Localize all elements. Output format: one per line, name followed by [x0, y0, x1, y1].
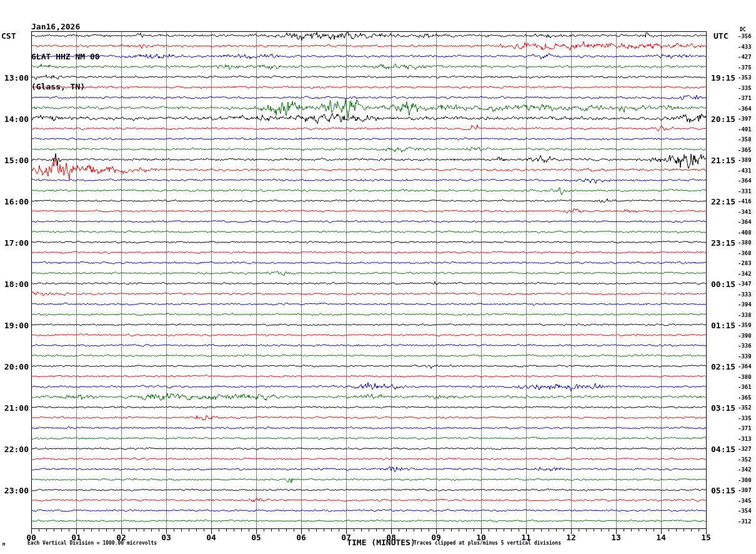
helicorder-page: Jan16,2026 GLAT HHZ NM 00 (Glass, TN) CS…: [0, 0, 756, 554]
dc-offset-value: -358: [738, 136, 752, 143]
dc-offset-value: -339: [738, 353, 752, 360]
dc-offset-value: -397: [738, 116, 752, 122]
cst-hour-label: 13:00: [1, 73, 29, 81]
dc-offset-value: -491: [738, 126, 752, 133]
utc-hour-label: 03:15: [711, 403, 735, 411]
dc-offset-value: -300: [738, 477, 752, 483]
dc-offset-value: -368: [738, 250, 752, 256]
title-date: Jan16,2026: [31, 22, 100, 32]
dc-offset-value: -354: [738, 508, 752, 514]
utc-hour-label: 05:15: [711, 486, 735, 494]
cst-hour-label: 17:00: [1, 238, 29, 246]
dc-offset-value: -342: [738, 466, 752, 473]
utc-hour-label: 00:15: [711, 280, 735, 288]
cst-hour-label: 22:00: [1, 445, 29, 453]
utc-hour-label: 23:15: [711, 238, 735, 246]
dc-offset-value: -327: [738, 446, 752, 452]
left-timezone-label: CST: [1, 31, 16, 41]
x-tick-label: 03: [154, 533, 179, 542]
dc-offset-value: -313: [738, 436, 752, 442]
dc-offset-value: -408: [738, 229, 752, 236]
utc-hour-label: 20:15: [711, 114, 735, 123]
plot-title: Jan16,2026 GLAT HHZ NM 00 (Glass, TN): [31, 2, 100, 112]
corner-mark: M: [2, 542, 5, 547]
dc-offset-value: -335: [738, 415, 752, 421]
utc-hour-label: 02:15: [711, 362, 735, 370]
cst-hour-label: 16:00: [1, 197, 29, 205]
dc-offset-value: -365: [738, 395, 752, 401]
cst-hour-label: 14:00: [1, 114, 29, 123]
dc-offset-value: -364: [738, 178, 752, 184]
dc-offset-value: -283: [738, 260, 752, 266]
right-timezone-label: UTC: [714, 31, 728, 41]
dc-offset-value: -394: [738, 301, 752, 308]
dc-offset-value: -416: [738, 198, 752, 204]
dc-offset-value: -312: [738, 518, 752, 525]
seismogram-canvas: [0, 0, 756, 554]
utc-hour-label: 19:15: [711, 73, 735, 81]
title-location: (Glass, TN): [31, 82, 100, 92]
title-station: GLAT HHZ NM 00: [31, 52, 100, 62]
clip-note: Traces clipped at plus/minus 5 vertical …: [414, 540, 561, 546]
scale-note: Each Vertical Division = 1000.00 microvo…: [27, 540, 157, 546]
dc-offset-value: -389: [738, 157, 752, 163]
dc-offset-value: -433: [738, 44, 752, 50]
dc-offset-value: -356: [738, 33, 752, 39]
utc-hour-label: 21:15: [711, 156, 735, 164]
x-tick-label: 13: [604, 533, 629, 542]
dc-offset-value: -336: [738, 343, 752, 349]
dc-offset-value: -365: [738, 147, 752, 153]
dc-offset-value: -371: [738, 425, 752, 431]
dc-offset-value: -380: [738, 374, 752, 380]
dc-offset-value: -427: [738, 54, 752, 60]
dc-offset-value: -364: [738, 363, 752, 370]
cst-hour-label: 20:00: [1, 362, 29, 370]
dc-offset-value: -347: [738, 281, 752, 287]
cst-hour-label: 18:00: [1, 280, 29, 288]
cst-hour-label: 19:00: [1, 321, 29, 329]
dc-offset-value: -364: [738, 106, 752, 112]
dc-offset-value: -341: [738, 209, 752, 215]
dc-offset-value: -342: [738, 271, 752, 277]
dc-offset-value: -380: [738, 239, 752, 246]
cst-hour-label: 23:00: [1, 486, 29, 494]
dc-offset-value: -364: [738, 219, 752, 225]
dc-offset-value: -353: [738, 74, 752, 81]
utc-hour-label: 04:15: [711, 445, 735, 453]
dc-offset-value: -338: [738, 312, 752, 318]
x-tick-label: 12: [559, 533, 584, 542]
x-tick-label: 04: [199, 533, 224, 542]
dc-offset-header: DC: [740, 27, 746, 33]
dc-offset-value: -359: [738, 322, 752, 328]
dc-offset-value: -307: [738, 487, 752, 493]
dc-offset-value: -361: [738, 384, 752, 390]
x-tick-label: 06: [289, 533, 314, 542]
dc-offset-value: -331: [738, 188, 752, 194]
x-tick-label: 15: [694, 533, 719, 542]
x-tick-label: 14: [649, 533, 674, 542]
cst-hour-label: 15:00: [1, 156, 29, 164]
cst-hour-label: 21:00: [1, 403, 29, 411]
dc-offset-value: -333: [738, 291, 752, 298]
dc-offset-value: -375: [738, 64, 752, 71]
dc-offset-value: -345: [738, 498, 752, 504]
dc-offset-value: -352: [738, 405, 752, 411]
utc-hour-label: 22:15: [711, 197, 735, 205]
dc-offset-value: -352: [738, 456, 752, 463]
dc-offset-value: -371: [738, 95, 752, 101]
x-tick-label: 05: [244, 533, 269, 542]
dc-offset-value: -335: [738, 85, 752, 91]
utc-hour-label: 01:15: [711, 321, 735, 329]
dc-offset-value: -431: [738, 168, 752, 174]
dc-offset-value: -390: [738, 333, 752, 339]
